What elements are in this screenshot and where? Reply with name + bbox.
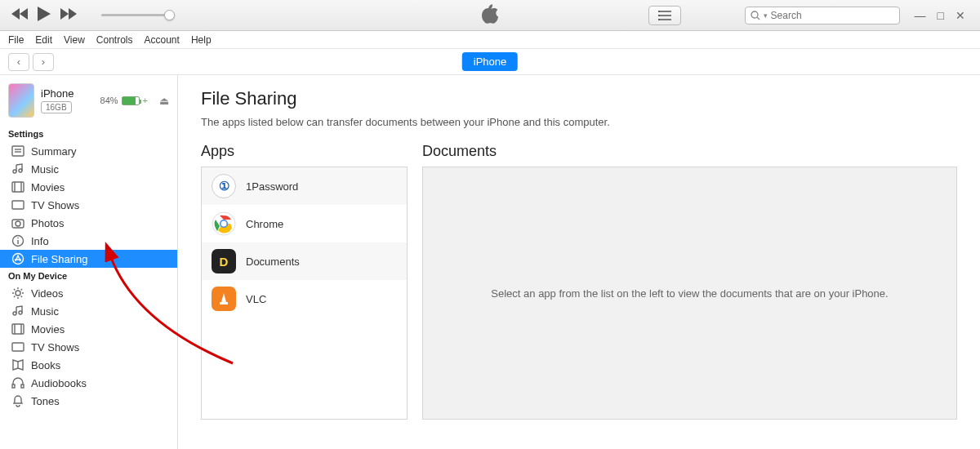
sidebar-item-movies[interactable]: Movies — [0, 178, 177, 196]
sidebar-item-label: Videos — [31, 287, 64, 300]
search-chevron-icon: ▾ — [764, 11, 768, 20]
book-icon — [11, 358, 24, 371]
device-block[interactable]: iPhone 16GB 84% + ⏏ — [0, 80, 177, 126]
menu-edit[interactable]: Edit — [35, 34, 52, 46]
next-track-button[interactable] — [60, 8, 77, 22]
page-description: The apps listed below can transfer docum… — [201, 116, 957, 128]
sidebar-section-on-my-device: On My Device — [0, 268, 177, 284]
minimize-button[interactable]: — — [911, 7, 929, 24]
device-capacity-badge: 16GB — [41, 101, 72, 113]
svg-point-32 — [221, 221, 227, 227]
tv-icon — [11, 198, 24, 211]
sidebar-item-music[interactable]: Music — [0, 302, 177, 320]
menu-bar: File Edit View Controls Account Help — [0, 31, 980, 49]
sidebar-item-label: Music — [31, 305, 59, 318]
prev-track-button[interactable] — [11, 8, 28, 22]
eject-icon[interactable]: ⏏ — [159, 95, 169, 107]
sidebar-item-info[interactable]: Info — [0, 232, 177, 250]
forward-button[interactable]: › — [33, 53, 54, 71]
svg-rect-10 — [12, 182, 24, 192]
sidebar-item-videos[interactable]: Videos — [0, 284, 177, 302]
sidebar-item-label: Audiobooks — [31, 377, 87, 389]
svg-rect-26 — [12, 343, 24, 351]
svg-rect-5 — [12, 146, 24, 156]
music-icon — [11, 162, 24, 176]
film-icon — [11, 322, 24, 336]
sidebar-item-label: Movies — [31, 181, 65, 193]
search-input[interactable] — [771, 10, 894, 21]
tv-icon — [11, 340, 24, 353]
device-thumbnail-icon — [8, 83, 34, 118]
svg-point-0 — [658, 11, 660, 12]
device-tab[interactable]: iPhone — [462, 52, 518, 71]
sidebar-item-tones[interactable]: Tones — [0, 392, 177, 410]
page-title: File Sharing — [201, 88, 957, 109]
play-button[interactable] — [38, 7, 51, 24]
sidebar-item-movies[interactable]: Movies — [0, 320, 177, 338]
svg-point-8 — [13, 170, 16, 173]
app-row-documents[interactable]: DDocuments — [202, 242, 407, 280]
window-controls: — □ ✕ — [911, 7, 973, 24]
film-icon — [11, 180, 24, 193]
svg-point-2 — [658, 19, 660, 20]
menu-help[interactable]: Help — [191, 34, 212, 46]
sidebar-item-books[interactable]: Books — [0, 356, 177, 374]
apps-list: ①1PasswordChromeDDocumentsVLC — [201, 167, 408, 420]
svg-point-18 — [17, 238, 19, 239]
app-row-vlc[interactable]: VLC — [202, 280, 407, 318]
svg-point-22 — [19, 311, 22, 314]
playback-controls — [0, 7, 175, 24]
volume-slider[interactable] — [101, 14, 175, 16]
svg-point-3 — [751, 11, 758, 18]
sidebar-item-label: File Sharing — [31, 253, 87, 265]
battery-icon — [122, 96, 140, 105]
bell-icon — [11, 394, 24, 407]
sidebar-item-label: Movies — [31, 323, 65, 336]
sidebar-item-tv-shows[interactable]: TV Shows — [0, 338, 177, 356]
info-icon — [11, 234, 24, 247]
menu-account[interactable]: Account — [145, 34, 180, 46]
sidebar: iPhone 16GB 84% + ⏏ Settings SummaryMusi… — [0, 75, 178, 449]
search-box[interactable]: ▾ — [745, 7, 900, 24]
svg-point-1 — [658, 15, 660, 16]
svg-rect-23 — [12, 324, 24, 334]
app-row-chrome[interactable]: Chrome — [202, 205, 407, 242]
menu-file[interactable]: File — [8, 34, 24, 46]
list-icon — [11, 144, 24, 158]
sidebar-item-label: Tones — [31, 395, 60, 407]
menu-view[interactable]: View — [64, 34, 85, 46]
app-row-1password[interactable]: ①1Password — [202, 167, 407, 205]
headphones-icon — [11, 376, 24, 389]
sidebar-item-music[interactable]: Music — [0, 160, 177, 178]
sidebar-item-label: Photos — [31, 217, 64, 229]
camera-icon — [11, 216, 24, 229]
sidebar-item-summary[interactable]: Summary — [0, 142, 177, 160]
appstore-icon — [11, 252, 24, 265]
app-name-label: 1Password — [246, 180, 298, 193]
sidebar-item-label: Books — [31, 359, 60, 371]
svg-point-15 — [16, 221, 20, 226]
svg-rect-29 — [21, 385, 24, 388]
menu-controls[interactable]: Controls — [96, 34, 133, 46]
app-name-label: VLC — [246, 293, 266, 305]
svg-line-4 — [757, 17, 760, 20]
app-name-label: Chrome — [246, 218, 283, 230]
sidebar-item-tv-shows[interactable]: TV Shows — [0, 196, 177, 214]
close-button[interactable]: ✕ — [952, 7, 969, 24]
list-view-button[interactable] — [648, 6, 681, 25]
svg-rect-28 — [12, 385, 15, 388]
back-button[interactable]: ‹ — [8, 53, 29, 71]
documents-placeholder-text: Select an app from the list on the left … — [491, 287, 888, 300]
sidebar-item-audiobooks[interactable]: Audiobooks — [0, 374, 177, 392]
main-area: iPhone 16GB 84% + ⏏ Settings SummaryMusi… — [0, 75, 980, 449]
maximize-button[interactable]: □ — [934, 7, 947, 24]
sidebar-item-label: TV Shows — [31, 199, 79, 211]
svg-point-21 — [13, 312, 16, 315]
sidebar-item-file-sharing[interactable]: File Sharing — [0, 250, 177, 268]
sidebar-section-settings: Settings — [0, 126, 177, 142]
svg-point-9 — [19, 169, 22, 172]
sidebar-item-label: Music — [31, 163, 59, 176]
documents-panel: Select an app from the list on the left … — [422, 167, 957, 420]
sidebar-item-photos[interactable]: Photos — [0, 214, 177, 232]
content-pane: File Sharing The apps listed below can t… — [178, 75, 980, 449]
